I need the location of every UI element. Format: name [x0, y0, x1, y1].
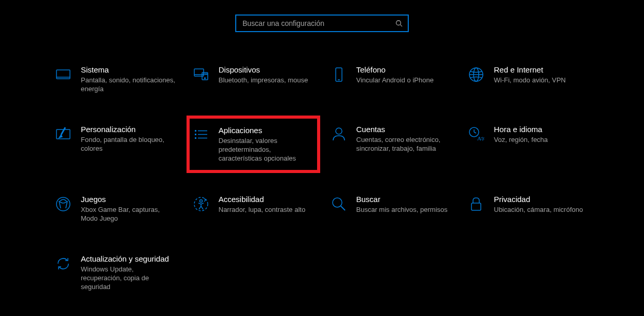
category-title: Personalización [81, 125, 176, 134]
svg-line-34 [341, 206, 345, 210]
category-desc: Wi-Fi, modo avión, VPN [494, 76, 589, 85]
svg-point-10 [206, 74, 207, 75]
update-icon [55, 255, 71, 272]
category-telefono[interactable]: Teléfono Vincular Android o iPhone [327, 62, 455, 97]
category-desc: Cuentas, correo electrónico, sincronizar… [356, 136, 452, 153]
apps-icon [193, 127, 209, 143]
category-title: Cuentas [356, 125, 452, 134]
svg-point-7 [204, 78, 205, 79]
category-dispositivos[interactable]: Dispositivos Bluetooth, impresoras, mous… [190, 62, 317, 97]
category-title: Buscar [356, 195, 452, 204]
svg-rect-22 [195, 137, 196, 139]
category-title: Dispositivos [219, 65, 314, 74]
category-title: Accesibilidad [219, 195, 314, 204]
category-hora-idioma[interactable]: A 字 Hora e idioma Voz, región, fecha [465, 122, 592, 167]
svg-point-8 [203, 74, 204, 75]
svg-line-17 [61, 127, 65, 135]
search-icon [395, 20, 403, 27]
category-actualizacion[interactable]: Actualización y seguridad Windows Update… [52, 251, 179, 295]
category-title: Red e Internet [494, 65, 589, 74]
category-title: Actualización y seguridad [81, 254, 176, 263]
category-sistema[interactable]: Sistema Pantalla, sonido, notificaciones… [52, 62, 179, 97]
svg-point-32 [199, 200, 202, 203]
svg-point-0 [396, 21, 401, 25]
category-desc: Pantalla, sonido, notificaciones, energí… [81, 76, 176, 94]
phone-icon [331, 66, 347, 83]
svg-rect-20 [195, 134, 196, 135]
categories-grid: Sistema Pantalla, sonido, notificaciones… [0, 32, 644, 295]
search-category-icon [331, 196, 347, 212]
category-cuentas[interactable]: Cuentas Cuentas, correo electrónico, sin… [327, 122, 455, 167]
category-desc: Vincular Android o iPhone [356, 76, 452, 85]
category-desc: Buscar mis archivos, permisos [356, 206, 452, 214]
category-title: Juegos [81, 195, 176, 204]
category-desc: Desinstalar, valores predeterminados, ca… [219, 137, 314, 163]
gaming-icon [55, 196, 71, 212]
category-desc: Windows Update, recuperación, copia de s… [81, 265, 176, 292]
search-box[interactable] [235, 15, 409, 32]
category-title: Aplicaciones [219, 126, 314, 135]
privacy-icon [468, 196, 484, 212]
svg-line-1 [400, 25, 403, 27]
category-desc: Voz, región, fecha [494, 136, 589, 145]
search-input[interactable] [242, 19, 395, 27]
category-title: Teléfono [356, 65, 452, 74]
system-icon [55, 66, 71, 83]
search-container [0, 0, 644, 32]
svg-line-27 [474, 132, 476, 133]
svg-rect-18 [195, 130, 196, 132]
svg-point-9 [205, 74, 206, 75]
category-title: Hora e idioma [494, 125, 589, 134]
category-aplicaciones[interactable]: Aplicaciones Desinstalar, valores predet… [187, 116, 320, 174]
category-title: Privacidad [494, 195, 589, 204]
category-accesibilidad[interactable]: Accesibilidad Narrador, lupa, contraste … [190, 192, 317, 226]
svg-rect-35 [471, 203, 481, 210]
category-red[interactable]: Red e Internet Wi-Fi, modo avión, VPN [465, 62, 592, 97]
svg-rect-11 [336, 68, 342, 81]
category-juegos[interactable]: Juegos Xbox Game Bar, capturas, Modo Jue… [52, 192, 179, 226]
category-privacidad[interactable]: Privacidad Ubicación, cámara, micrófono [465, 192, 592, 226]
globe-icon [468, 66, 484, 83]
svg-point-24 [336, 128, 342, 134]
category-desc: Ubicación, cámara, micrófono [494, 206, 589, 214]
category-title: Sistema [81, 65, 176, 74]
category-personalizacion[interactable]: Personalización Fondo, pantalla de bloqu… [52, 122, 179, 167]
personalization-icon [55, 126, 71, 142]
svg-point-33 [333, 198, 342, 207]
category-desc: Xbox Game Bar, capturas, Modo Juego [81, 206, 176, 223]
category-desc: Bluetooth, impresoras, mouse [219, 76, 314, 85]
devices-icon [193, 66, 209, 83]
accounts-icon [331, 126, 347, 142]
svg-text:字: 字 [481, 137, 484, 141]
category-desc: Narrador, lupa, contraste alto [219, 206, 314, 214]
time-language-icon: A 字 [468, 126, 484, 142]
accessibility-icon [193, 196, 209, 212]
category-buscar[interactable]: Buscar Buscar mis archivos, permisos [327, 192, 455, 226]
category-desc: Fondo, pantalla de bloqueo, colores [81, 136, 176, 153]
